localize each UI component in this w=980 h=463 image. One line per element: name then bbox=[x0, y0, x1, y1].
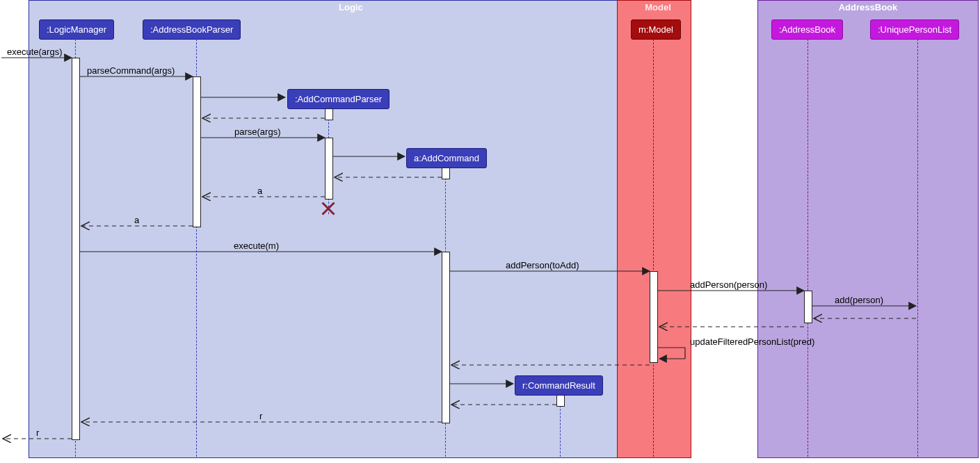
msg-return-a1: a bbox=[257, 186, 262, 196]
activation-addressbook bbox=[804, 291, 812, 323]
participant-command-result: r:CommandResult bbox=[515, 375, 603, 396]
msg-execute-args: execute(args) bbox=[7, 47, 62, 57]
participant-unique-person-list: :UniquePersonList bbox=[870, 19, 959, 40]
activation-logic-manager bbox=[72, 58, 80, 440]
lifeline-addressbook bbox=[808, 39, 808, 457]
activation-add-command-parser-1 bbox=[325, 108, 333, 120]
lifeline-unique-person-list bbox=[917, 39, 918, 457]
logic-frame-title: Logic bbox=[339, 2, 363, 13]
activation-addressbook-parser bbox=[193, 76, 201, 227]
msg-add-person-person: addPerson(person) bbox=[690, 279, 767, 290]
participant-add-command: a:AddCommand bbox=[406, 148, 487, 168]
msg-return-r2: r bbox=[36, 428, 39, 438]
lifeline-model bbox=[653, 39, 654, 457]
participant-addressbook-parser: :AddressBookParser bbox=[143, 19, 241, 40]
activation-add-command-parser-2 bbox=[325, 138, 333, 200]
msg-return-a2: a bbox=[134, 215, 139, 225]
activation-add-command-2 bbox=[442, 252, 450, 423]
model-frame-title: Model bbox=[645, 2, 671, 13]
msg-execute-m: execute(m) bbox=[234, 241, 279, 251]
msg-update-filtered: updateFilteredPersonList(pred) bbox=[690, 336, 814, 347]
addressbook-frame-title: AddressBook bbox=[839, 2, 898, 13]
activation-command-result bbox=[556, 395, 565, 407]
msg-return-r1: r bbox=[259, 411, 262, 421]
participant-logic-manager: :LogicManager bbox=[39, 19, 114, 40]
participant-addressbook: :AddressBook bbox=[771, 19, 843, 40]
msg-add-person: add(person) bbox=[835, 295, 883, 305]
participant-model: m:Model bbox=[631, 19, 681, 40]
msg-parse-command: parseCommand(args) bbox=[87, 65, 175, 76]
msg-parse-args: parse(args) bbox=[234, 127, 280, 137]
model-frame: Model bbox=[617, 0, 691, 458]
addressbook-frame: AddressBook bbox=[757, 0, 979, 458]
msg-add-person-toadd: addPerson(toAdd) bbox=[506, 260, 579, 270]
activation-model bbox=[650, 271, 658, 363]
participant-add-command-parser: :AddCommandParser bbox=[287, 89, 389, 109]
activation-add-command-1 bbox=[442, 168, 450, 179]
